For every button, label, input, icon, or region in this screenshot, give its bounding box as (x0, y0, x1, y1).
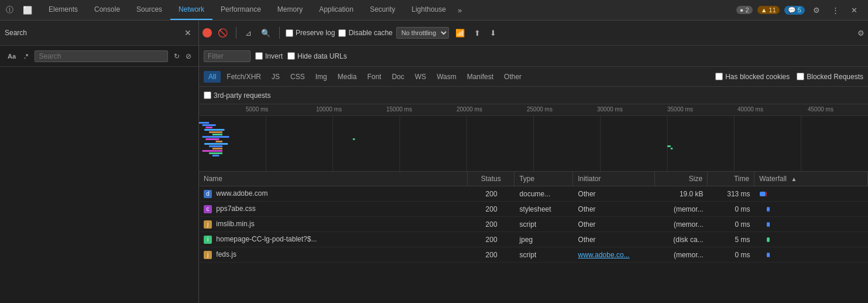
td-size-3: (disk ca... (656, 234, 708, 246)
import-button[interactable]: ⬆ (471, 27, 483, 39)
search-options: Aa .* (5, 52, 31, 61)
col-header-status[interactable]: Status (468, 172, 514, 186)
type-doc-button[interactable]: Doc (387, 71, 409, 83)
type-media-button[interactable]: Media (333, 71, 362, 83)
timeline-label-2: 10000 ms (316, 104, 386, 115)
wf-bar-2 (767, 222, 769, 227)
tab-console[interactable]: Console (86, 0, 128, 20)
wf-bar-2b (769, 222, 770, 227)
tab-sources[interactable]: Sources (128, 0, 170, 20)
filter-input[interactable] (204, 50, 251, 62)
search-input[interactable] (35, 50, 168, 62)
preserve-log-label[interactable]: Preserve log (286, 29, 335, 37)
network-settings-button[interactable]: ⚙ (857, 29, 864, 38)
blocked-requests-checkbox[interactable] (797, 73, 804, 80)
col-header-initiator[interactable]: Initiator (573, 172, 655, 186)
search-input-row: Aa .* ↻ ⊘ (0, 46, 198, 67)
settings-button[interactable]: ⚙ (809, 4, 824, 17)
tab-application[interactable]: Application (311, 0, 362, 20)
network-toolbar: 🚫 ⊿ 🔍 Preserve log Disable cache No thro… (199, 21, 868, 46)
col-header-name[interactable]: Name (199, 172, 468, 186)
img-icon: i (204, 236, 212, 244)
disable-cache-checkbox[interactable] (338, 29, 346, 37)
record-button[interactable] (203, 28, 212, 38)
table-row[interactable]: d www.adobe.com 200 docume... Other 19.0… (199, 186, 868, 202)
td-status-1: 200 (468, 203, 515, 215)
inspect-icon[interactable]: Ⓘ (2, 2, 17, 18)
tab-lighthouse[interactable]: Lighthouse (403, 0, 454, 20)
wf-bar-1 (767, 207, 769, 212)
regex-button[interactable]: .* (21, 52, 31, 61)
type-wasm-button[interactable]: Wasm (432, 71, 461, 83)
chat-badge: 💬 5 (784, 6, 805, 15)
table-row[interactable]: j imslib.min.js 200 script Other (memor.… (199, 217, 868, 232)
type-ws-button[interactable]: WS (410, 71, 431, 83)
tab-list: Elements Console Sources Network Perform… (40, 0, 736, 20)
type-img-button[interactable]: Img (311, 71, 332, 83)
has-blocked-cookies-checkbox[interactable] (715, 73, 723, 80)
svg-rect-13 (209, 131, 222, 133)
type-font-button[interactable]: Font (362, 71, 386, 83)
type-manifest-button[interactable]: Manifest (462, 71, 498, 83)
disable-cache-label[interactable]: Disable cache (338, 29, 392, 37)
td-waterfall-2 (755, 218, 868, 231)
tab-memory[interactable]: Memory (269, 0, 311, 20)
type-js-button[interactable]: JS (267, 71, 284, 83)
search-refresh-button[interactable]: ↻ (171, 51, 182, 62)
close-button[interactable]: ✕ (848, 4, 861, 17)
more-button[interactable]: ⋮ (828, 4, 843, 17)
td-time-3: 5 ms (708, 234, 755, 246)
toolbar-divider2 (279, 27, 280, 39)
tab-network[interactable]: Network (170, 0, 212, 20)
svg-rect-26 (671, 148, 673, 149)
td-type-0: docume... (515, 188, 574, 200)
filter-button[interactable]: ⊿ (242, 27, 255, 39)
wf-bar-0 (760, 192, 766, 196)
svg-rect-17 (216, 141, 222, 142)
tab-performance[interactable]: Performance (212, 0, 269, 20)
td-waterfall-1 (755, 203, 868, 216)
col-header-type[interactable]: Type (514, 172, 573, 186)
col-header-size[interactable]: Size (655, 172, 708, 186)
table-row[interactable]: i homepage-CC-lg-pod-tablet?$... 200 jpe… (199, 232, 868, 247)
invert-label[interactable]: Invert (255, 52, 283, 60)
type-all-button[interactable]: All (204, 71, 221, 83)
wf-bar-0b (766, 192, 767, 196)
case-sensitive-button[interactable]: Aa (5, 52, 19, 61)
invert-checkbox[interactable] (255, 52, 263, 60)
has-blocked-cookies-label[interactable]: Has blocked cookies (715, 73, 790, 81)
timeline-label-7: 35000 ms (667, 104, 737, 115)
td-name-4: j feds.js (199, 248, 468, 261)
third-party-label[interactable]: 3rd-party requests (204, 91, 270, 100)
table-row[interactable]: j feds.js 200 script www.adobe.co... (me… (199, 247, 868, 263)
type-fetch-button[interactable]: Fetch/XHR (222, 71, 266, 83)
search-close-button[interactable]: ✕ (182, 27, 194, 39)
td-initiator-4[interactable]: www.adobe.co... (574, 249, 656, 261)
throttle-select[interactable]: No throttling (396, 27, 449, 39)
svg-rect-12 (204, 129, 224, 131)
tab-security[interactable]: Security (362, 0, 403, 20)
wf-bar-4 (767, 253, 769, 257)
type-css-button[interactable]: CSS (286, 71, 310, 83)
table-row[interactable]: c pps7abe.css 200 stylesheet Other (memo… (199, 202, 868, 217)
blocked-requests-label[interactable]: Blocked Requests (797, 73, 863, 81)
type-other-button[interactable]: Other (499, 71, 526, 83)
search-clear-button[interactable]: ⊘ (183, 51, 194, 62)
col-header-time[interactable]: Time (708, 172, 754, 186)
search-network-button[interactable]: 🔍 (258, 27, 273, 39)
device-icon[interactable]: ⬜ (19, 4, 36, 17)
tab-elements[interactable]: Elements (40, 0, 86, 20)
td-initiator-3: Other (574, 234, 656, 246)
more-tabs-button[interactable]: » (454, 4, 465, 17)
td-initiator-0: Other (574, 188, 656, 200)
wf-bar-3 (767, 237, 770, 242)
col-header-waterfall[interactable]: Waterfall ▲ (754, 172, 868, 186)
clear-button[interactable]: 🚫 (215, 27, 230, 39)
hide-data-urls-label[interactable]: Hide data URLs (287, 52, 347, 60)
wifi-icon[interactable]: 📶 (452, 27, 468, 39)
export-button[interactable]: ⬇ (487, 27, 499, 39)
preserve-log-checkbox[interactable] (286, 29, 293, 37)
third-party-checkbox[interactable] (204, 91, 211, 99)
type-filter-right: Has blocked cookies Blocked Requests (715, 73, 863, 81)
hide-data-urls-checkbox[interactable] (287, 52, 295, 60)
